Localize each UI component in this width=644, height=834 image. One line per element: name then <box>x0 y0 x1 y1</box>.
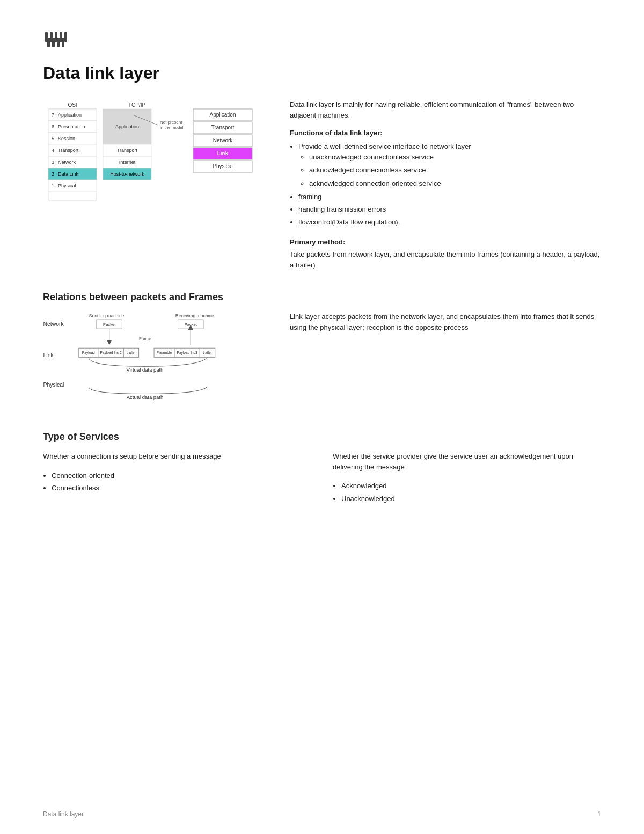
page-title: Data link layer <box>43 63 601 83</box>
services-right-list: Acknowledged Unacknowledged <box>341 481 601 504</box>
svg-text:Session: Session <box>58 136 75 141</box>
services-content: Whether a connection is setup before sen… <box>43 451 601 509</box>
osi-tcpip-diagram: OSI TCP/IP 7 Application 6 Presentation … <box>43 99 268 217</box>
svg-text:Not present: Not present <box>160 120 182 125</box>
sub-item-3: acknowledged connection-oriented service <box>309 178 601 190</box>
svg-text:4: 4 <box>52 148 54 153</box>
svg-rect-5 <box>47 38 50 47</box>
svg-text:Application: Application <box>115 124 139 129</box>
svg-text:6: 6 <box>52 124 54 129</box>
network-icon <box>43 32 72 56</box>
function-item-1: Provide a well-defined service interface… <box>298 141 601 190</box>
services-left-list: Connection-oriented Connectionless <box>52 470 311 494</box>
function-item-3: handling transmission errors <box>298 204 601 215</box>
svg-text:3: 3 <box>52 159 54 165</box>
svg-text:TCP/IP: TCP/IP <box>128 102 146 108</box>
svg-text:Payload: Payload <box>82 351 95 355</box>
svg-text:Physical: Physical <box>213 163 232 169</box>
svg-text:Physical: Physical <box>43 382 64 388</box>
svg-text:7: 7 <box>52 112 54 118</box>
packet-frame-diagram: Network Sending machine Receiving machin… <box>43 311 247 408</box>
svg-text:Link: Link <box>43 353 54 359</box>
svg-text:Transport: Transport <box>58 148 79 153</box>
main-section: OSI TCP/IP 7 Application 6 Presentation … <box>43 99 601 270</box>
svg-text:Network: Network <box>43 321 64 327</box>
svg-text:Presentation: Presentation <box>58 124 85 129</box>
functions-label: Functions of data link layer: <box>290 129 601 137</box>
svg-text:2: 2 <box>52 171 54 177</box>
services-right-col: Whether the service provider give the se… <box>333 451 601 509</box>
svg-text:Actual data path: Actual data path <box>127 394 163 400</box>
functions-list: Provide a well-defined service interface… <box>298 141 601 227</box>
primary-method-label: Primary method: <box>290 238 601 246</box>
sub-function-list: unacknowledged connectionless service ac… <box>309 152 601 190</box>
svg-rect-8 <box>62 38 64 47</box>
osi-diagram-area: OSI TCP/IP 7 Application 6 Presentation … <box>43 99 268 270</box>
svg-text:Transport: Transport <box>211 125 235 130</box>
sub-item-2: acknowledged connectionless service <box>309 165 601 176</box>
svg-text:Internet: Internet <box>119 159 136 165</box>
svg-text:Sending machine: Sending machine <box>89 314 125 319</box>
svg-text:OSI: OSI <box>68 102 77 108</box>
svg-marker-62 <box>107 340 112 345</box>
primary-method-text: Take packets from network layer, and enc… <box>290 249 601 270</box>
footer-page-number: 1 <box>597 810 601 818</box>
svg-text:Preamble: Preamble <box>157 351 172 354</box>
packet-diagram-area: Network Sending machine Receiving machin… <box>43 311 268 410</box>
svg-text:Packet: Packet <box>103 322 116 327</box>
svg-rect-7 <box>57 38 60 47</box>
svg-text:Data Link: Data Link <box>58 171 79 177</box>
function-item-2: framing <box>298 192 601 202</box>
function-item-4: flowcontrol(Data flow regulation). <box>298 217 601 228</box>
svg-text:Receiving machine: Receiving machine <box>175 314 214 319</box>
services-left-desc: Whether a connection is setup before sen… <box>43 451 311 462</box>
services-right-item-1: Acknowledged <box>341 481 601 491</box>
services-title: Type of Services <box>43 431 601 443</box>
services-section: Type of Services Whether a connection is… <box>43 431 601 509</box>
svg-rect-4 <box>64 32 67 42</box>
description-area: Data link layer is mainly for having rel… <box>290 99 601 270</box>
svg-text:Network: Network <box>58 159 76 165</box>
svg-text:Application: Application <box>210 112 236 118</box>
primary-method-section: Primary method: Take packets from networ… <box>290 238 601 270</box>
footer-title: Data link layer <box>43 810 84 818</box>
relations-description-area: Link layer accepts packets from the netw… <box>290 311 601 410</box>
svg-text:Link: Link <box>217 150 229 156</box>
svg-text:Frame: Frame <box>139 336 151 341</box>
svg-text:trailer: trailer <box>127 351 136 354</box>
svg-text:5: 5 <box>52 136 54 141</box>
services-left-item-1: Connection-oriented <box>52 470 311 481</box>
svg-text:Host-to-network: Host-to-network <box>110 171 144 177</box>
svg-text:trailer: trailer <box>203 351 212 354</box>
page-footer: Data link layer 1 <box>43 810 601 818</box>
svg-text:Transport: Transport <box>117 148 138 153</box>
services-left-col: Whether a connection is setup before sen… <box>43 451 311 509</box>
svg-rect-6 <box>52 38 55 47</box>
svg-text:1: 1 <box>52 183 54 188</box>
relations-description: Link layer accepts packets from the netw… <box>290 311 601 332</box>
function-item-1-text: Provide a well-defined service interface… <box>298 142 471 150</box>
relations-content: Network Sending machine Receiving machin… <box>43 311 601 410</box>
intro-description: Data link layer is mainly for having rel… <box>290 99 601 120</box>
svg-text:Virtual data path: Virtual data path <box>127 367 164 373</box>
services-left-item-2: Connectionless <box>52 483 311 494</box>
relations-section: Relations between packets and Frames Net… <box>43 292 601 410</box>
svg-text:Payload Inc3: Payload Inc3 <box>177 351 197 355</box>
svg-text:Application: Application <box>58 112 82 118</box>
services-right-desc: Whether the service provider give the se… <box>333 451 601 472</box>
svg-text:Payload Inc 2: Payload Inc 2 <box>100 351 121 355</box>
sub-item-1: unacknowledged connectionless service <box>309 152 601 163</box>
page-content: Data link layer OSI TCP/IP 7 Application <box>0 0 644 574</box>
svg-text:Physical: Physical <box>58 183 76 188</box>
header-icon-area <box>43 32 601 58</box>
relations-title: Relations between packets and Frames <box>43 292 601 303</box>
svg-text:in the model: in the model <box>160 125 184 130</box>
services-right-item-2: Unacknowledged <box>341 494 601 504</box>
svg-text:Network: Network <box>213 137 233 143</box>
